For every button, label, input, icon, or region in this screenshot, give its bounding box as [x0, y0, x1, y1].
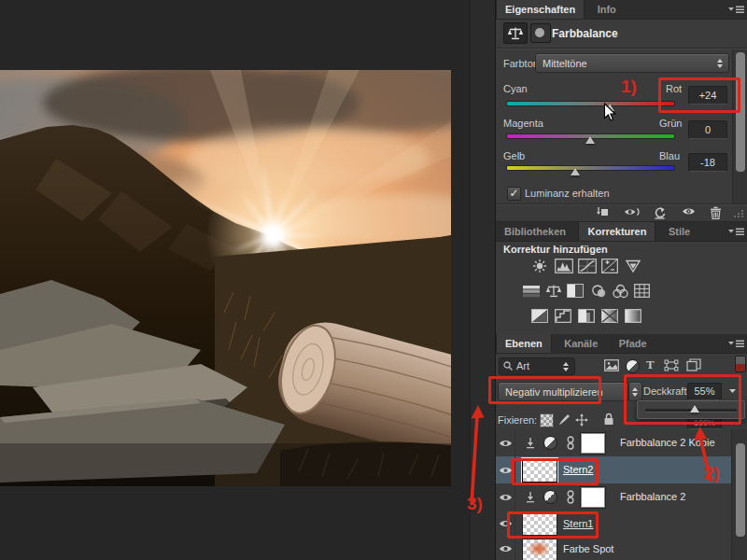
selective-color-icon[interactable] [625, 309, 643, 324]
layer-thumbnail[interactable] [522, 539, 557, 560]
panel-menu-icon[interactable] [728, 5, 744, 14]
magenta-green-slider-thumb[interactable] [585, 136, 595, 144]
filter-type-icon[interactable]: T [646, 357, 655, 372]
opacity-value-field[interactable]: 55% [687, 383, 722, 400]
tab-stile[interactable]: Stile [660, 222, 698, 241]
lock-position-move-icon[interactable] [575, 413, 588, 427]
filter-toggle-switch[interactable] [735, 356, 746, 372]
posterize-icon[interactable] [555, 309, 573, 324]
layer-name[interactable]: Farbe Spot [563, 543, 613, 554]
photo-filter-icon[interactable] [590, 284, 609, 299]
eye-icon[interactable] [499, 519, 513, 529]
opacity-dropdown-button[interactable] [726, 383, 740, 399]
eye-icon[interactable] [499, 465, 513, 475]
clipping-mask-icon [526, 437, 535, 449]
channel-mixer-icon[interactable] [612, 284, 630, 299]
tab-info[interactable]: Info [589, 0, 625, 19]
tab-bibliotheken[interactable]: Bibliotheken [496, 222, 574, 241]
slider1-value-field[interactable]: +24 [688, 86, 727, 105]
filter-shape-icon[interactable] [664, 359, 679, 371]
link-icon[interactable] [565, 436, 576, 450]
layer-name[interactable]: Stern2 [563, 464, 593, 475]
layer-name[interactable]: Farbbalance 2 [620, 491, 685, 502]
photoshop-window: Eigenschaften Info Farbbalance Farbton: … [0, 0, 747, 560]
layer-row-stern1[interactable]: Stern1 [496, 511, 747, 538]
exposure-icon[interactable] [601, 259, 620, 273]
tab-pfade[interactable]: Pfade [611, 334, 655, 353]
cyan-red-slider-thumb[interactable] [605, 104, 614, 111]
eye-icon[interactable] [499, 492, 513, 502]
scales-icon [507, 26, 524, 40]
color-lookup-icon[interactable] [634, 284, 653, 299]
tab-eigenschaften[interactable]: Eigenschaften [496, 0, 585, 19]
brightness-contrast-icon[interactable] [531, 259, 550, 273]
eye-icon[interactable] [499, 543, 513, 553]
invert-icon[interactable] [531, 309, 550, 324]
layers-tabbar: Ebenen Kanäle Pfade [496, 334, 747, 354]
layer-row-farbbalance2-kopie[interactable]: Farbbalance 2 Kopie [496, 429, 747, 457]
filter-image-icon[interactable] [604, 359, 619, 371]
tab-korrekturen[interactable]: Korrekturen [578, 222, 655, 241]
eye-column [496, 537, 515, 560]
filter-smart-object-icon[interactable] [686, 358, 702, 371]
visibility-icon[interactable] [682, 206, 696, 217]
hue-saturation-icon[interactable] [522, 284, 541, 299]
adjustments-heading: Korrektur hinzufügen [503, 244, 608, 255]
slider3-value-field[interactable]: -18 [688, 153, 727, 172]
blend-mode-value: Negativ multiplizieren [505, 386, 603, 398]
lock-pixels-brush-icon[interactable] [558, 413, 571, 426]
properties-scrollbar-track[interactable] [732, 49, 747, 203]
stepper-icon [632, 387, 639, 397]
layer-filter-dropdown[interactable]: Art [499, 357, 575, 375]
layer-thumbnail[interactable] [522, 512, 557, 536]
lock-transparency-icon[interactable] [540, 413, 554, 427]
tab-ebenen[interactable]: Ebenen [496, 334, 552, 353]
layer-name[interactable]: Farbbalance 2 Kopie [620, 437, 715, 448]
gradient-map-icon[interactable] [601, 309, 620, 324]
yellow-blue-slider-thumb[interactable] [571, 168, 580, 175]
document-canvas-area[interactable] [0, 0, 470, 560]
layer-row-farbbalance2[interactable]: Farbbalance 2 [496, 483, 747, 511]
layers-scrollbar-track[interactable] [731, 429, 747, 560]
levels-icon[interactable] [555, 259, 573, 273]
reset-icon[interactable] [653, 206, 667, 219]
filter-adjustment-icon[interactable] [626, 359, 640, 373]
layer-thumbnail[interactable] [522, 458, 557, 483]
tab-kanaele[interactable]: Kanäle [556, 334, 606, 353]
vibrance-icon[interactable] [625, 259, 643, 273]
layer-filter-value: Art [516, 360, 529, 371]
photo-canvas[interactable] [0, 70, 451, 486]
blend-mode-stepper[interactable] [628, 382, 642, 401]
luminance-checkbox[interactable]: ✓ [507, 187, 521, 201]
threshold-icon[interactable] [578, 309, 597, 324]
layer-row-farbe-spot[interactable]: Farbe Spot [496, 537, 747, 560]
mask-badge[interactable] [530, 23, 551, 43]
resize-grip-icon[interactable] [733, 209, 745, 219]
clip-to-layer-icon[interactable] [596, 206, 609, 218]
properties-scrollbar-thumb[interactable] [736, 52, 745, 172]
delete-icon[interactable] [710, 206, 722, 219]
layer-row-stern2[interactable]: Stern2 [496, 456, 747, 484]
panel-menu-icon[interactable] [728, 227, 744, 236]
adjustment-layer-icon[interactable] [543, 490, 557, 504]
adjustment-layer-icon[interactable] [543, 436, 557, 450]
layer-mask-thumbnail[interactable] [581, 487, 605, 508]
toggle-previous-state-icon[interactable] [624, 206, 641, 217]
blend-mode-dropdown[interactable]: Negativ multiplizieren [498, 382, 628, 401]
eye-icon[interactable] [499, 438, 513, 448]
layers-scrollbar-thumb[interactable] [736, 443, 745, 537]
curves-icon[interactable] [578, 259, 597, 273]
black-white-icon[interactable] [567, 284, 585, 299]
slider2-value-field[interactable]: 0 [688, 120, 727, 139]
stepper-icon [563, 362, 570, 371]
layer-mask-thumbnail[interactable] [581, 433, 605, 454]
opacity-slider-thumb[interactable] [690, 405, 699, 413]
layer-name[interactable]: Stern1 [563, 518, 593, 529]
cyan-red-slider[interactable] [506, 101, 675, 106]
color-balance-icon[interactable] [545, 284, 564, 299]
lock-all-icon[interactable] [603, 413, 614, 426]
yellow-blue-slider[interactable] [506, 165, 675, 171]
panel-menu-icon[interactable] [728, 339, 744, 348]
link-icon[interactable] [565, 490, 576, 504]
tone-dropdown[interactable]: Mitteltöne [535, 53, 729, 73]
